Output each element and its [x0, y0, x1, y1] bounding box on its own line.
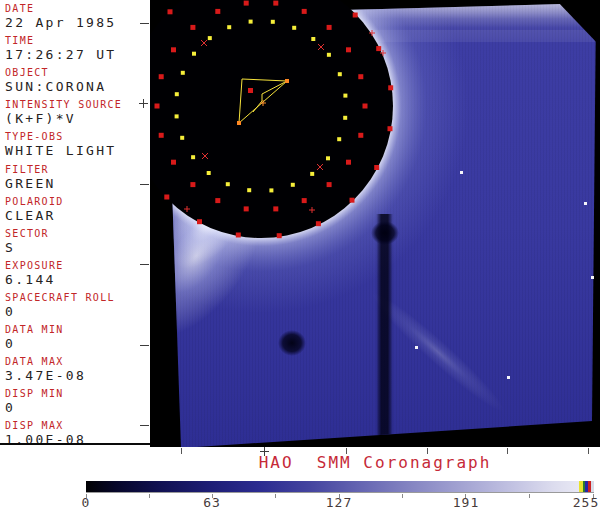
- graticule-plus: [260, 447, 269, 456]
- graticule-tick: [181, 448, 182, 454]
- star: [507, 376, 510, 379]
- metadata-field-type-obs: TYPE-OBSWHITE LIGHT: [5, 131, 150, 158]
- plot-title: HAO SMM Coronagraph: [150, 453, 600, 472]
- calibration-dot: [363, 104, 368, 109]
- metadata-field-time: TIME17:26:27 UT: [5, 35, 150, 62]
- calibration-dot: [197, 219, 202, 224]
- calibration-dot: [316, 221, 321, 226]
- calibration-dot: [207, 171, 211, 175]
- calibration-dot: [343, 94, 347, 98]
- calibration-dot: [388, 85, 393, 90]
- calibration-dot: [311, 37, 315, 41]
- calibration-dot: [338, 72, 342, 76]
- calibration-dot: [388, 126, 393, 131]
- colorbar-label: 191: [453, 495, 479, 510]
- calibration-dot: [269, 188, 273, 192]
- pylon-head-shadow: [371, 221, 399, 245]
- calibration-dot: [346, 160, 351, 165]
- metadata-field-exposure: EXPOSURE6.144: [5, 260, 150, 287]
- calibration-dot: [208, 36, 212, 40]
- field-label: DATA MAX: [5, 356, 150, 367]
- field-label: DISP MAX: [5, 420, 150, 431]
- calibration-dot: [273, 1, 278, 6]
- calibration-dot: [215, 198, 220, 203]
- coronagraph-image: [150, 0, 600, 447]
- star: [415, 346, 418, 349]
- field-label: FILTER: [5, 164, 150, 175]
- colorbar-tick: [149, 494, 150, 498]
- calibration-dot: [227, 25, 231, 29]
- graticule-tick: [588, 448, 589, 454]
- calibration-dot: [192, 52, 196, 56]
- field-label: INTENSITY SOURCE: [5, 99, 150, 110]
- field-value: 17:26:27 UT: [5, 47, 150, 62]
- calibration-dot: [249, 20, 253, 24]
- graticule-tick: [427, 448, 428, 454]
- image-viewport[interactable]: [150, 0, 600, 447]
- field-label: TIME: [5, 35, 150, 46]
- metadata-field-object: OBJECTSUN:CORONA: [5, 67, 150, 94]
- field-value: 6.144: [5, 272, 150, 287]
- star: [584, 202, 587, 205]
- calibration-dot: [302, 198, 307, 203]
- metadata-field-data-min: DATA MIN0: [5, 324, 150, 351]
- colorbar: [86, 481, 594, 493]
- colorbar-label: 0: [82, 495, 91, 510]
- metadata-field-intensity-source: INTENSITY SOURCE(K+F)*V: [5, 99, 150, 126]
- field-value: 22 Apr 1985: [5, 15, 150, 30]
- calibration-dot: [327, 182, 332, 187]
- field-label: DATE: [5, 3, 150, 14]
- calibration-dot: [191, 155, 195, 159]
- field-label: POLAROID: [5, 196, 150, 207]
- calibration-dot: [236, 233, 241, 238]
- field-value: 0: [5, 400, 150, 415]
- field-value: 0: [5, 304, 150, 319]
- calibration-dot: [244, 1, 249, 6]
- calibration-dot: [346, 47, 351, 52]
- metadata-sidebar: DATE22 Apr 1985TIME17:26:27 UTOBJECTSUN:…: [0, 0, 150, 447]
- field-value: SUN:CORONA: [5, 79, 150, 94]
- field-value: CLEAR: [5, 208, 150, 223]
- colorbar-tick: [275, 494, 276, 498]
- metadata-field-disp-min: DISP MIN0: [5, 388, 150, 415]
- star: [591, 276, 594, 279]
- calibration-dot: [159, 133, 164, 138]
- calibration-dot: [327, 53, 331, 57]
- calibration-dot: [244, 206, 249, 211]
- calibration-dot: [273, 206, 278, 211]
- field-label: DATA MIN: [5, 324, 150, 335]
- calibration-dot: [358, 133, 363, 138]
- metadata-field-date: DATE22 Apr 1985: [5, 3, 150, 30]
- calibration-dot: [226, 182, 230, 186]
- colorbar-label: 255: [573, 495, 599, 510]
- calibration-dot: [271, 20, 275, 24]
- calibration-dot: [164, 195, 169, 200]
- field-label: EXPOSURE: [5, 260, 150, 271]
- field-label: DISP MIN: [5, 388, 150, 399]
- field-value: (K+F)*V: [5, 111, 150, 126]
- calibration-dot: [190, 25, 195, 30]
- calibration-dot: [168, 9, 173, 14]
- field-value: 3.47E-08: [5, 368, 150, 383]
- dust-spot: [278, 330, 306, 356]
- graticule-plus: [139, 99, 148, 108]
- calibration-dot: [327, 25, 332, 30]
- smm-coronagraph-viewer: DATE22 Apr 1985TIME17:26:27 UTOBJECTSUN:…: [0, 0, 600, 512]
- calibration-dot: [358, 74, 363, 79]
- graticule-dash: [140, 264, 149, 265]
- calibration-dot: [171, 47, 176, 52]
- field-label: OBJECT: [5, 67, 150, 78]
- calibration-dot: [181, 71, 185, 75]
- graticule-tick: [507, 448, 508, 454]
- metadata-field-spacecraft-roll: SPACECRAFT ROLL0: [5, 292, 150, 319]
- calibration-dot: [302, 9, 307, 14]
- field-label: TYPE-OBS: [5, 131, 150, 142]
- calibration-dot: [374, 165, 379, 170]
- calibration-dot: [292, 26, 296, 30]
- graticule-dash: [140, 425, 149, 426]
- calibration-dot: [155, 104, 160, 109]
- calibration-dot: [291, 183, 295, 187]
- metadata-field-filter: FILTERGREEN: [5, 164, 150, 191]
- field-label: SECTOR: [5, 228, 150, 239]
- calibration-dot: [277, 233, 282, 238]
